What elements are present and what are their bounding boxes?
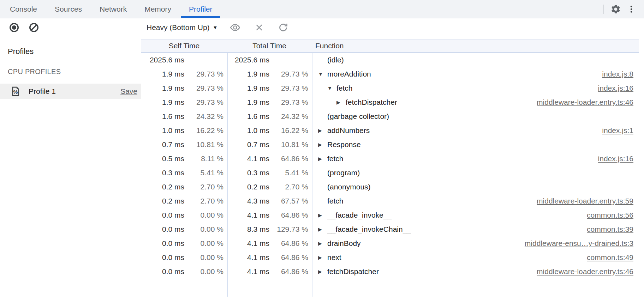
table-row[interactable]: 0.2 ms2.70 %0.2 ms2.70 %(anonymous) [141, 180, 639, 194]
total-time-pct: 5.41 % [269, 169, 308, 177]
tab-console[interactable]: Console [2, 0, 45, 18]
table-row[interactable]: 0.2 ms2.70 %4.3 ms67.57 %fetchmiddleware… [141, 194, 639, 208]
tab-memory[interactable]: Memory [137, 0, 179, 18]
function-name: __facade_invoke__ [327, 211, 392, 219]
table-row[interactable]: 2025.6 ms2025.6 ms(idle) [141, 53, 639, 67]
save-link[interactable]: Save [120, 87, 137, 96]
source-location-link[interactable]: index.js:1 [595, 126, 639, 135]
self-time-ms: 1.0 ms [141, 126, 184, 135]
self-time-ms: 1.9 ms [141, 84, 184, 92]
total-time-pct: 29.73 % [269, 98, 308, 107]
tree-collapsed-icon[interactable]: ▶ [318, 269, 327, 274]
self-time-pct: 0.00 % [184, 267, 223, 276]
column-header-self-time[interactable]: Self Time [141, 42, 227, 50]
reload-icon[interactable] [275, 20, 291, 35]
function-name: fetchDispatcher [327, 267, 379, 276]
table-row[interactable]: 0.7 ms10.81 %0.7 ms10.81 %▶Response [141, 138, 639, 152]
self-time-pct: 5.41 % [184, 169, 223, 177]
record-icon[interactable] [6, 20, 22, 35]
total-time-ms: 1.9 ms [227, 70, 269, 78]
exclude-x-icon[interactable] [251, 20, 267, 35]
function-cell: ▶fetchindex.js:16 [318, 154, 639, 163]
source-location-link[interactable]: index.js:8 [595, 70, 639, 78]
self-time-ms: 0.0 ms [141, 239, 184, 248]
self-time-ms: 2025.6 ms [141, 56, 184, 64]
table-row[interactable]: 0.0 ms0.00 %4.1 ms64.86 %▶nextcommon.ts:… [141, 250, 639, 265]
source-location-link[interactable]: index.js:16 [591, 84, 639, 92]
tab-profiler[interactable]: Profiler [181, 0, 220, 18]
sidebar-item-profile-1[interactable]: % Profile 1 Save [0, 84, 141, 99]
tabbar-spacer [220, 0, 599, 18]
profile-document-percent-icon: % [10, 86, 21, 97]
total-time-ms: 4.1 ms [227, 239, 269, 248]
self-time-pct: 29.73 % [184, 84, 223, 92]
self-time-pct: 29.73 % [184, 70, 223, 78]
tree-collapsed-icon[interactable]: ▶ [318, 241, 327, 246]
tree-expanded-icon[interactable]: ▼ [327, 85, 336, 91]
column-header-total-time[interactable]: Total Time [227, 42, 312, 50]
table-row[interactable]: 1.6 ms24.32 %1.6 ms24.32 %(garbage colle… [141, 109, 639, 123]
tree-collapsed-icon[interactable]: ▶ [318, 226, 327, 232]
tree-collapsed-icon[interactable]: ▶ [318, 255, 327, 260]
source-location-link[interactable]: common.ts:49 [580, 253, 639, 262]
table-row[interactable]: 0.0 ms0.00 %4.1 ms64.86 %▶fetchDispatche… [141, 265, 639, 279]
table-row[interactable]: 1.9 ms29.73 %1.9 ms29.73 %▶fetchDispatch… [141, 95, 639, 109]
self-time-pct: 0.00 % [184, 211, 223, 219]
tree-collapsed-icon[interactable]: ▶ [336, 99, 346, 105]
self-time-pct: 8.11 % [184, 154, 223, 163]
function-cell: (idle) [318, 56, 639, 64]
function-cell: ▼fetchindex.js:16 [318, 84, 639, 92]
clear-icon[interactable] [26, 20, 42, 35]
source-location-link[interactable]: common.ts:56 [580, 211, 639, 219]
function-name: moreAddition [327, 70, 371, 78]
self-time-pct: 0.00 % [184, 225, 223, 234]
total-time-pct: 129.73 % [269, 225, 308, 234]
cpu-profiles-section-title: CPU PROFILES [0, 65, 141, 78]
source-location-link[interactable]: middleware-loader.entry.ts:46 [530, 98, 639, 107]
source-location-link[interactable]: middleware-loader.entry.ts:46 [530, 267, 639, 276]
function-cell: ▶fetchDispatchermiddleware-loader.entry.… [318, 267, 639, 276]
tree-collapsed-icon[interactable]: ▶ [318, 212, 327, 218]
function-name: fetchDispatcher [346, 98, 397, 107]
tree-collapsed-icon[interactable]: ▶ [318, 142, 327, 147]
self-time-pct: 29.73 % [184, 98, 223, 107]
tree-collapsed-icon[interactable]: ▶ [318, 128, 327, 133]
table-row[interactable]: 0.0 ms0.00 %4.1 ms64.86 %▶__facade_invok… [141, 208, 639, 222]
table-row[interactable]: 1.9 ms29.73 %1.9 ms29.73 %▼moreAdditioni… [141, 67, 639, 81]
self-time-ms: 0.2 ms [141, 183, 184, 191]
kebab-menu-icon[interactable] [624, 1, 639, 17]
settings-gear-icon[interactable] [608, 1, 624, 17]
function-name: __facade_invokeChain__ [327, 225, 411, 234]
table-row[interactable]: 0.3 ms5.41 %0.3 ms5.41 %(program) [141, 166, 639, 180]
total-time-pct: 24.32 % [269, 112, 308, 121]
total-time-ms: 2025.6 ms [227, 56, 269, 64]
column-header-function[interactable]: Function [312, 42, 639, 50]
self-time-pct: 16.22 % [184, 126, 223, 135]
grid-rows: 2025.6 ms2025.6 ms(idle)1.9 ms29.73 %1.9… [141, 53, 644, 279]
focus-eye-icon[interactable] [227, 20, 243, 35]
total-time-ms: 8.3 ms [227, 225, 269, 234]
function-cell: fetchmiddleware-loader.entry.ts:59 [318, 197, 639, 205]
tab-sources[interactable]: Sources [47, 0, 90, 18]
self-time-pct: 0.00 % [184, 239, 223, 248]
view-mode-select[interactable]: Heavy (Bottom Up) ▼ [147, 23, 217, 32]
tree-expanded-icon[interactable]: ▼ [318, 71, 327, 77]
function-cell: (anonymous) [318, 183, 639, 191]
self-time-ms: 1.6 ms [141, 112, 184, 121]
total-time-pct: 64.86 % [269, 253, 308, 262]
source-location-link[interactable]: common.ts:39 [580, 225, 639, 234]
source-location-link[interactable]: middleware-loader.entry.ts:59 [530, 197, 639, 205]
table-row[interactable]: 1.0 ms16.22 %1.0 ms16.22 %▶addNumbersind… [141, 123, 639, 138]
tree-collapsed-icon[interactable]: ▶ [318, 156, 327, 162]
profile-data-grid: Self Time Total Time Function 2025.6 ms2… [141, 37, 644, 297]
table-row[interactable]: 0.0 ms0.00 %8.3 ms129.73 %▶__facade_invo… [141, 222, 639, 236]
table-row[interactable]: 1.9 ms29.73 %1.9 ms29.73 %▼fetchindex.js… [141, 81, 639, 95]
source-location-link[interactable]: middleware-ensu…y-drained.ts:3 [518, 239, 639, 248]
self-time-ms: 0.0 ms [141, 225, 184, 234]
toolbar-action-icons [227, 20, 291, 35]
total-time-ms: 1.9 ms [227, 84, 269, 92]
source-location-link[interactable]: index.js:16 [591, 154, 639, 163]
table-row[interactable]: 0.5 ms8.11 %4.1 ms64.86 %▶fetchindex.js:… [141, 152, 639, 166]
tab-network[interactable]: Network [92, 0, 135, 18]
table-row[interactable]: 0.0 ms0.00 %4.1 ms64.86 %▶drainBodymiddl… [141, 236, 639, 250]
